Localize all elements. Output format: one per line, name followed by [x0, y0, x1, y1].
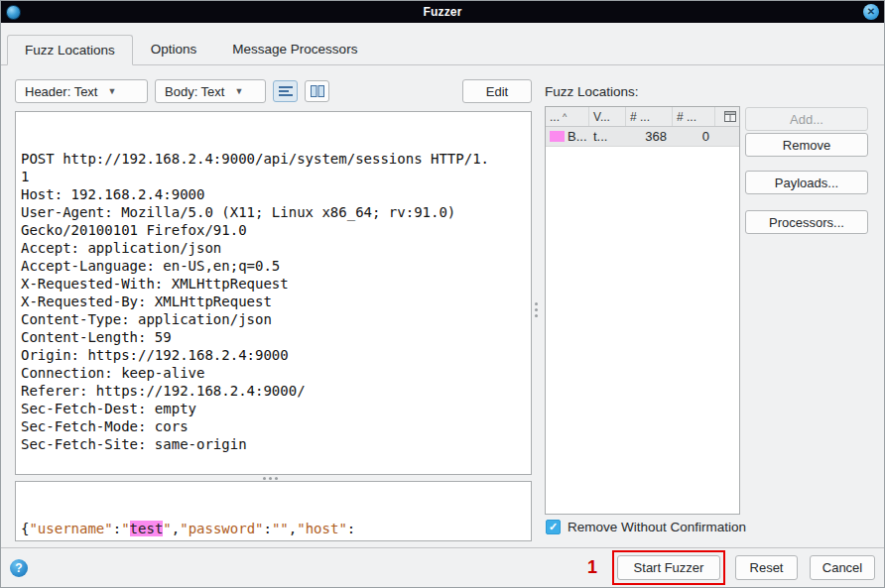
table-header-row: ... ^ V... # ... # ...	[546, 107, 739, 127]
cell-value: t...	[589, 129, 626, 144]
help-button[interactable]: ?	[10, 559, 28, 577]
request-header-text: POST http://192.168.2.4:9000/api/system/…	[21, 150, 526, 453]
syntax-token: ,	[289, 521, 297, 536]
text-view-icon	[279, 85, 293, 97]
vertical-splitter-handle[interactable]	[534, 298, 540, 332]
syntax-token: "host"	[297, 521, 347, 536]
view-toolbar: Header: Text ▼ Body: Text ▼ Edit	[15, 78, 532, 104]
sort-ascending-icon: ^	[563, 112, 567, 122]
tab-fuzz-locations[interactable]: Fuzz Locations	[7, 35, 133, 65]
col-value-header[interactable]: V...	[589, 107, 626, 126]
window-title: Fuzzer	[1, 5, 884, 19]
syntax-token: :	[347, 521, 355, 536]
cell-location: B...	[546, 129, 589, 144]
remove-button[interactable]: Remove	[745, 133, 868, 157]
fuzz-locations-table: ... ^ V... # ... # ...	[545, 106, 740, 515]
location-color-swatch	[550, 131, 565, 142]
syntax-token: :	[113, 521, 121, 536]
table-row[interactable]: B... t... 368 0	[546, 127, 739, 147]
body-view-select[interactable]: Body: Text ▼	[155, 79, 266, 103]
button-bar: ? 1 Start Fuzzer Reset Cancel	[1, 547, 884, 587]
split-view-icon	[311, 85, 324, 97]
request-body-editor[interactable]: {"username":"test","password":"","host":…	[15, 481, 532, 541]
text-view-button[interactable]	[273, 80, 298, 102]
col-processors-header[interactable]: # ...	[673, 107, 715, 126]
tab-bar: Fuzz Locations Options Message Processor…	[1, 23, 884, 65]
cancel-button[interactable]: Cancel	[810, 555, 875, 580]
request-body-line: {"username":"test","password":"","host":	[21, 520, 526, 537]
header-view-select[interactable]: Header: Text ▼	[15, 79, 148, 103]
column-filter-icon	[724, 111, 736, 122]
tab-options[interactable]: Options	[133, 34, 215, 64]
syntax-token: :	[264, 521, 272, 536]
close-button[interactable]: ✕	[863, 4, 879, 20]
remove-confirm-checkbox[interactable]	[546, 520, 561, 534]
syntax-token: "	[121, 521, 129, 536]
cell-payloads: 368	[626, 129, 673, 144]
payloads-button[interactable]: Payloads...	[745, 171, 868, 194]
column-filter-button[interactable]	[715, 107, 739, 126]
processors-button[interactable]: Processors...	[745, 210, 868, 234]
remove-confirm-row[interactable]: Remove Without Confirmation	[546, 520, 746, 534]
close-icon: ✕	[867, 7, 875, 17]
request-header-editor[interactable]: POST http://192.168.2.4:9000/api/system/…	[15, 111, 532, 475]
cell-processors: 0	[673, 129, 715, 144]
tab-message-processors[interactable]: Message Processors	[214, 34, 375, 64]
reset-button[interactable]: Reset	[735, 555, 798, 580]
remove-confirm-label: Remove Without Confirmation	[568, 520, 746, 534]
split-view-button[interactable]	[305, 80, 329, 102]
chevron-down-icon: ▼	[107, 86, 116, 96]
annotation-step-number: 1	[587, 557, 597, 578]
syntax-token: ,	[172, 521, 180, 536]
help-icon: ?	[15, 561, 22, 575]
annotation-highlight-box: Start Fuzzer	[612, 550, 725, 585]
syntax-token: ""	[272, 521, 289, 536]
col-payloads-header[interactable]: # ...	[626, 107, 673, 126]
syntax-token: "password"	[180, 521, 263, 536]
chevron-down-icon: ▼	[234, 86, 243, 96]
col-location-header[interactable]: ... ^	[546, 107, 589, 126]
titlebar: Fuzzer ✕	[1, 1, 884, 23]
add-button: Add...	[745, 107, 868, 131]
fuzz-highlighted-token: test	[130, 521, 164, 536]
start-fuzzer-button[interactable]: Start Fuzzer	[617, 555, 720, 580]
syntax-token: "	[163, 521, 171, 536]
edit-button[interactable]: Edit	[462, 79, 532, 103]
horizontal-splitter-handle[interactable]	[251, 476, 291, 480]
syntax-token: "username"	[29, 521, 112, 536]
fuzzer-window: Fuzzer ✕ Fuzz Locations Options Message …	[0, 0, 885, 588]
locations-panel-title: Fuzz Locations:	[545, 84, 639, 99]
